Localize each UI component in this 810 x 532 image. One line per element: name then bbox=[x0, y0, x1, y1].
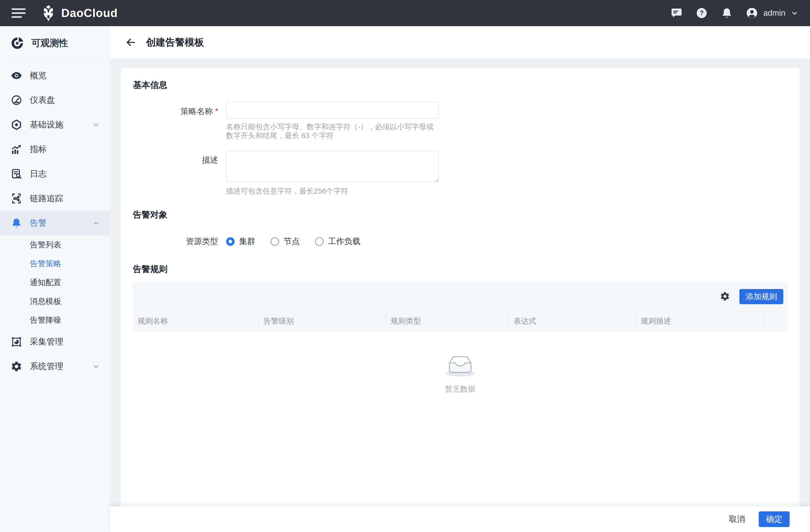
avatar-icon bbox=[746, 7, 758, 19]
col-expression: 表达式 bbox=[508, 312, 636, 331]
menu-toggle-icon[interactable] bbox=[12, 7, 26, 19]
collection-frame-icon bbox=[11, 336, 22, 348]
sidebar-nav: 概览 仪表盘 基础设施 指标 日志 bbox=[0, 60, 110, 379]
radio-label: 集群 bbox=[239, 236, 255, 247]
hexagon-infra-icon bbox=[11, 119, 22, 131]
resource-type-radio-group: 集群 节点 工作负载 bbox=[226, 234, 360, 247]
sidebar-subitem-alert-noise-reduction[interactable]: 告警降噪 bbox=[0, 311, 110, 330]
confirm-button[interactable]: 确定 bbox=[759, 511, 790, 527]
sidebar-item-metrics[interactable]: 指标 bbox=[0, 137, 110, 162]
help-icon[interactable]: ? bbox=[695, 7, 708, 19]
empty-inbox-icon bbox=[444, 352, 476, 379]
observability-icon bbox=[11, 36, 25, 50]
radio-workload[interactable]: 工作负载 bbox=[315, 236, 360, 247]
product-switcher[interactable]: 可观测性 bbox=[0, 26, 110, 60]
description-hint: 描述可包含任意字符，最长256个字符 bbox=[226, 187, 438, 196]
sidebar-subitem-label: 告警降噪 bbox=[30, 315, 61, 326]
eye-icon bbox=[11, 70, 22, 82]
radio-unselected-icon bbox=[315, 237, 324, 246]
description-row: 描述 描述可包含任意字符，最长256个字符 bbox=[133, 151, 788, 196]
rules-empty-state: 暂无数据 bbox=[133, 331, 788, 478]
footer-action-bar: 取消 确定 bbox=[110, 506, 810, 532]
form-card: 基本信息 策略名称* 名称只能包含小写字母、数字和连字符（-），必须以小写字母或… bbox=[121, 68, 799, 513]
sidebar-item-alerts[interactable]: 告警 bbox=[0, 211, 110, 235]
brand: DaoCloud bbox=[40, 4, 118, 22]
gear-icon bbox=[11, 361, 22, 372]
gauge-icon bbox=[11, 94, 22, 106]
sidebar: 可观测性 概览 仪表盘 基础设施 指标 bbox=[0, 26, 110, 532]
resource-type-label: 资源类型 bbox=[133, 234, 218, 247]
radio-unselected-icon bbox=[271, 237, 279, 246]
rules-table: 添加规则 规则名称 告警级别 规则类型 表达式 规则描述 暂无数据 bbox=[133, 282, 788, 478]
chevron-down-icon bbox=[92, 120, 100, 129]
sidebar-item-label: 采集管理 bbox=[30, 336, 63, 348]
sidebar-item-logs[interactable]: 日志 bbox=[0, 162, 110, 186]
cancel-button[interactable]: 取消 bbox=[729, 514, 745, 525]
sidebar-item-dashboards[interactable]: 仪表盘 bbox=[0, 88, 110, 113]
radio-label: 工作负载 bbox=[328, 236, 360, 247]
sidebar-subitem-message-template[interactable]: 消息模板 bbox=[0, 292, 110, 311]
radio-label: 节点 bbox=[284, 236, 300, 247]
col-alert-level: 告警级别 bbox=[259, 312, 386, 331]
sidebar-subitem-alert-policy[interactable]: 告警策略 bbox=[0, 254, 110, 273]
notifications-bell-icon[interactable] bbox=[720, 7, 733, 19]
col-rule-description: 规则描述 bbox=[636, 312, 763, 331]
col-rule-name: 规则名称 bbox=[133, 312, 259, 331]
brand-name: DaoCloud bbox=[61, 6, 118, 20]
add-rule-button[interactable]: 添加规则 bbox=[739, 289, 783, 304]
trace-icon bbox=[11, 193, 22, 204]
main-content: 创建告警模板 基本信息 策略名称* 名称只能包含小写字母、数字和连字符（-），必… bbox=[110, 26, 810, 532]
table-settings-gear-icon[interactable] bbox=[720, 292, 730, 302]
required-mark: * bbox=[215, 107, 218, 116]
topbar: DaoCloud ? admin bbox=[0, 0, 810, 26]
sidebar-subitem-alert-list[interactable]: 告警列表 bbox=[0, 235, 110, 254]
resource-type-row: 资源类型 集群 节点 工作负载 bbox=[133, 234, 788, 247]
radio-selected-icon bbox=[226, 237, 235, 246]
daocloud-logo-icon bbox=[40, 4, 57, 22]
policy-name-input[interactable] bbox=[226, 102, 438, 119]
sidebar-item-label: 指标 bbox=[30, 144, 47, 155]
rules-toolbar: 添加规则 bbox=[133, 282, 788, 311]
sidebar-subitem-label: 告警策略 bbox=[30, 259, 61, 269]
section-basic-info: 基本信息 bbox=[133, 80, 788, 90]
rules-table-header: 规则名称 告警级别 规则类型 表达式 规则描述 bbox=[133, 311, 788, 331]
user-name: admin bbox=[763, 9, 785, 18]
sidebar-subitem-label: 告警列表 bbox=[30, 239, 61, 250]
sidebar-item-overview[interactable]: 概览 bbox=[0, 63, 110, 88]
sidebar-subitem-notification-config[interactable]: 通知配置 bbox=[0, 273, 110, 292]
sidebar-item-infrastructure[interactable]: 基础设施 bbox=[0, 113, 110, 137]
sidebar-item-label: 概览 bbox=[30, 70, 47, 81]
sidebar-item-system-management[interactable]: 系统管理 bbox=[0, 354, 110, 379]
radio-node[interactable]: 节点 bbox=[271, 236, 300, 247]
product-name: 可观测性 bbox=[31, 37, 68, 49]
description-label: 描述 bbox=[133, 151, 218, 166]
col-actions bbox=[763, 312, 788, 331]
alert-bell-icon bbox=[11, 217, 22, 229]
sidebar-item-tracing[interactable]: 链路追踪 bbox=[0, 186, 110, 211]
radio-cluster[interactable]: 集群 bbox=[226, 236, 255, 247]
log-search-icon bbox=[11, 168, 22, 180]
policy-name-hint: 名称只能包含小写字母、数字和连字符（-），必须以小写字母或数字开头和结尾，最长 … bbox=[226, 122, 438, 140]
policy-name-label: 策略名称* bbox=[133, 102, 218, 117]
sidebar-item-label: 仪表盘 bbox=[30, 95, 55, 106]
metrics-chart-icon bbox=[11, 143, 22, 155]
chevron-up-icon bbox=[92, 219, 100, 228]
sidebar-subitem-label: 消息模板 bbox=[30, 296, 61, 307]
chevron-down-icon bbox=[92, 362, 100, 371]
sidebar-item-label: 日志 bbox=[30, 168, 47, 180]
back-arrow-icon[interactable] bbox=[125, 37, 136, 48]
page-title: 创建告警模板 bbox=[146, 36, 204, 49]
sidebar-subitem-label: 通知配置 bbox=[30, 277, 61, 288]
chevron-down-icon bbox=[791, 9, 798, 17]
sidebar-item-collection-management[interactable]: 采集管理 bbox=[0, 330, 110, 354]
description-textarea[interactable] bbox=[226, 151, 438, 182]
sidebar-item-label: 告警 bbox=[30, 217, 47, 229]
svg-text:?: ? bbox=[700, 9, 703, 16]
user-menu[interactable]: admin bbox=[746, 7, 798, 19]
empty-text: 暂无数据 bbox=[445, 384, 475, 395]
sidebar-item-label: 系统管理 bbox=[30, 361, 63, 372]
section-alert-rules: 告警规则 bbox=[133, 264, 788, 275]
topbar-actions: ? admin bbox=[670, 7, 798, 19]
message-icon[interactable] bbox=[670, 7, 683, 19]
sidebar-item-label: 基础设施 bbox=[30, 119, 63, 131]
